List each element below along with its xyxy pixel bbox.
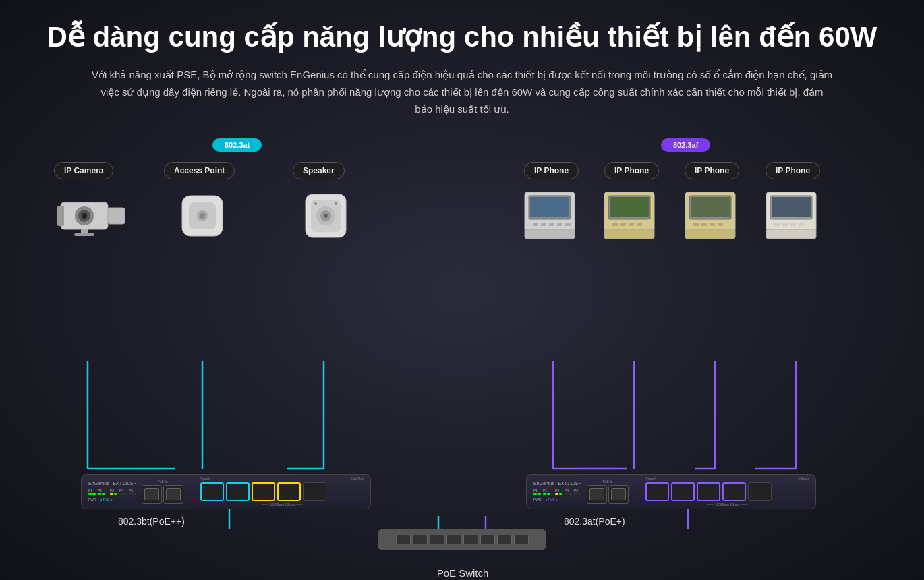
label-802at: 802.3at(PoE+) bbox=[564, 516, 625, 527]
svg-rect-23 bbox=[57, 206, 64, 226]
device-ip-camera bbox=[54, 189, 128, 236]
switch-brand-right: EnGenius | EXT110SP bbox=[533, 481, 581, 486]
switch-right-ports: PoE In bbox=[587, 480, 629, 504]
svg-rect-56 bbox=[691, 197, 730, 217]
label-ip-phone-2: IP Phone bbox=[604, 162, 659, 179]
svg-rect-53 bbox=[604, 229, 654, 239]
connection-lines bbox=[40, 138, 884, 529]
switch-brand-left: EnGenius | EXT110SP bbox=[88, 481, 136, 486]
poe-switch-label: PoE Switch bbox=[405, 567, 520, 579]
switch-left-main-ports: Speed Link/Act ─── 100Mbps/1Gbps ─── bbox=[200, 477, 364, 506]
svg-rect-39 bbox=[530, 197, 569, 217]
poe-switch-ports bbox=[396, 535, 529, 544]
label-ip-camera: IP Camera bbox=[54, 162, 113, 179]
device-ip-phone-1 bbox=[519, 189, 580, 243]
std-badge-right: 802.3af bbox=[661, 138, 710, 152]
svg-rect-25 bbox=[74, 233, 94, 236]
svg-rect-40 bbox=[533, 223, 538, 226]
svg-rect-58 bbox=[701, 223, 707, 226]
svg-rect-45 bbox=[525, 229, 575, 239]
device-ip-phone-2 bbox=[599, 189, 660, 243]
switch-right-label: EnGenius | EXT110SP P1 P2 bbox=[533, 481, 581, 502]
phone1-icon bbox=[519, 189, 580, 243]
svg-rect-66 bbox=[782, 223, 788, 226]
label-802bt: 802.3bt(PoE++) bbox=[118, 516, 185, 527]
label-ip-phone-3: IP Phone bbox=[685, 162, 739, 179]
phone2-icon bbox=[599, 189, 660, 243]
switch-left-ports: PoE In bbox=[142, 480, 183, 504]
device-speaker bbox=[299, 189, 353, 243]
svg-rect-42 bbox=[549, 223, 554, 226]
svg-rect-57 bbox=[693, 223, 699, 226]
svg-point-22 bbox=[82, 213, 87, 219]
svg-rect-48 bbox=[610, 197, 649, 217]
device-ip-phone-4 bbox=[761, 189, 821, 243]
label-ip-phone-1: IP Phone bbox=[524, 162, 579, 179]
svg-rect-51 bbox=[629, 223, 634, 226]
svg-rect-64 bbox=[772, 197, 811, 217]
std-badge-left: 802.3at bbox=[212, 138, 262, 152]
page-title: Dễ dàng cung cấp năng lượng cho nhiều th… bbox=[40, 20, 884, 54]
svg-rect-69 bbox=[766, 229, 816, 239]
svg-point-34 bbox=[324, 214, 328, 218]
camera-icon bbox=[54, 189, 128, 236]
svg-rect-43 bbox=[557, 223, 562, 226]
ap-icon bbox=[172, 189, 233, 243]
switch-right: EnGenius | EXT110SP P1 P2 bbox=[526, 474, 816, 509]
speaker-icon bbox=[299, 189, 353, 243]
switch-left-label: EnGenius | EXT110SP P1 P2 bbox=[88, 481, 136, 502]
device-access-point bbox=[172, 189, 233, 243]
svg-rect-61 bbox=[685, 229, 735, 239]
svg-rect-19 bbox=[108, 208, 125, 224]
label-access-point: Access Point bbox=[164, 162, 235, 179]
svg-rect-52 bbox=[637, 223, 642, 226]
diagram-area: 802.3at 802.3af IP Camera Access Point bbox=[40, 138, 884, 529]
page-container: Dễ dàng cung cấp năng lượng cho nhiều th… bbox=[0, 0, 924, 580]
svg-point-36 bbox=[335, 202, 337, 205]
svg-rect-59 bbox=[710, 223, 715, 226]
device-ip-phone-3 bbox=[680, 189, 741, 243]
phone3-icon bbox=[680, 189, 741, 243]
svg-point-29 bbox=[200, 213, 205, 219]
switch-left: EnGenius | EXT110SP P1 P2 bbox=[81, 474, 371, 509]
svg-point-35 bbox=[314, 202, 317, 205]
switch-right-main-ports: Speed Link/Act ─── 100Mbps/1Gbps ─── bbox=[645, 477, 809, 506]
poe-switch bbox=[378, 529, 546, 550]
label-speaker: Speaker bbox=[293, 162, 345, 179]
svg-rect-50 bbox=[620, 223, 626, 226]
phone4-icon bbox=[761, 189, 821, 243]
label-ip-phone-4: IP Phone bbox=[766, 162, 820, 179]
svg-rect-60 bbox=[718, 223, 723, 226]
svg-rect-44 bbox=[565, 223, 571, 226]
page-subtitle: Với khả năng xuất PSE, Bộ mở rộng switch… bbox=[91, 66, 833, 118]
svg-rect-67 bbox=[790, 223, 796, 226]
svg-rect-65 bbox=[774, 223, 780, 226]
svg-rect-49 bbox=[612, 223, 618, 226]
svg-rect-41 bbox=[541, 223, 546, 226]
svg-rect-68 bbox=[799, 223, 804, 226]
